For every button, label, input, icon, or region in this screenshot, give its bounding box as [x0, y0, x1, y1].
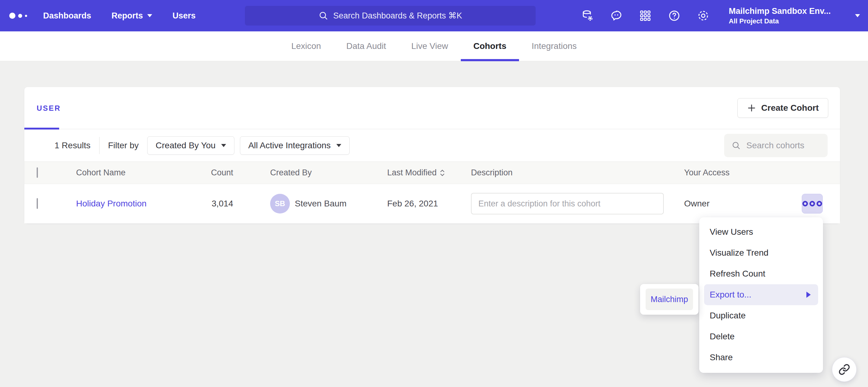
col-header-count: Count — [190, 168, 233, 177]
menu-item-refresh-count[interactable]: Refresh Count — [704, 263, 818, 284]
menu-item-delete[interactable]: Delete — [704, 326, 818, 347]
logo-dot — [25, 15, 27, 17]
settings-gear-icon[interactable] — [697, 9, 710, 22]
nav-item-users[interactable]: Users — [173, 11, 195, 21]
menu-item-label: Delete — [710, 331, 735, 342]
help-icon[interactable] — [668, 9, 681, 22]
mixpanel-logo-icon[interactable] — [9, 12, 33, 19]
feedback-icon[interactable] — [610, 9, 623, 22]
dot-icon — [802, 201, 808, 206]
sort-icon — [440, 169, 445, 177]
search-icon — [732, 140, 741, 151]
apps-grid-icon[interactable] — [639, 9, 652, 22]
menu-item-label: Duplicate — [710, 311, 746, 321]
created-by-dropdown[interactable]: Created By You — [147, 136, 235, 155]
create-cohort-label: Create Cohort — [761, 103, 819, 113]
table-header: Cohort Name Count Created By Last Modifi… — [24, 162, 840, 184]
link-icon — [838, 364, 850, 375]
menu-item-label: Refresh Count — [710, 269, 766, 279]
tab-integrations[interactable]: Integrations — [519, 31, 589, 61]
submenu-item-label: Mailchimp — [651, 295, 688, 304]
menu-item-label: Visualize Trend — [710, 248, 769, 258]
tab-label: USER — [37, 104, 61, 113]
menu-item-visualize-trend[interactable]: Visualize Trend — [704, 242, 818, 263]
col-header-cohort-name: Cohort Name — [76, 168, 190, 177]
last-modified-cell: Feb 26, 2021 — [387, 199, 471, 209]
data-management-icon[interactable] — [581, 9, 594, 22]
nav-right: Mailchimp Sandbox Env... All Project Dat… — [581, 0, 860, 31]
global-search-placeholder: Search Dashboards & Reports ⌘K — [333, 11, 462, 21]
nav-item-label: Dashboards — [43, 11, 91, 21]
project-chevron-down-icon[interactable] — [855, 14, 860, 17]
nav-item-label: Reports — [112, 11, 143, 21]
col-header-last-modified[interactable]: Last Modified — [387, 168, 471, 177]
tab-label: Lexicon — [291, 41, 321, 51]
menu-item-duplicate[interactable]: Duplicate — [704, 305, 818, 326]
nav-item-dashboards[interactable]: Dashboards — [43, 11, 91, 21]
nav-item-label: Users — [173, 11, 195, 21]
tab-user-cohorts[interactable]: USER — [24, 87, 59, 129]
description-input[interactable] — [471, 193, 664, 214]
chevron-down-icon — [336, 144, 341, 147]
plus-icon — [747, 103, 756, 113]
dot-icon — [809, 201, 815, 206]
nav-menu: Dashboards Reports Users — [43, 11, 195, 21]
tab-label: Cohorts — [473, 41, 506, 51]
cohorts-page: Dashboards Reports Users Search Dashboar… — [0, 0, 868, 387]
chevron-down-icon — [147, 14, 152, 17]
dropdown-value: Created By You — [156, 141, 216, 150]
filter-by-label: Filter by — [108, 141, 139, 150]
row-context-menu: View Users Visualize Trend Refresh Count… — [699, 217, 823, 373]
tab-live-view[interactable]: Live View — [399, 31, 461, 61]
row-actions-button[interactable] — [802, 194, 823, 213]
tab-data-audit[interactable]: Data Audit — [334, 31, 399, 61]
global-search-button[interactable]: Search Dashboards & Reports ⌘K — [245, 6, 536, 26]
logo-dot — [18, 14, 22, 18]
created-by-cell: SB Steven Baum — [233, 194, 387, 213]
dropdown-value: All Active Integrations — [248, 141, 331, 150]
submenu-arrow-icon — [806, 292, 811, 298]
col-header-your-access: Your Access — [684, 168, 802, 177]
tab-cohorts[interactable]: Cohorts — [461, 31, 519, 61]
integrations-dropdown[interactable]: All Active Integrations — [240, 136, 350, 155]
col-header-description: Description — [471, 168, 684, 177]
cohort-type-tabs: USER Create Cohort — [24, 87, 840, 129]
menu-item-export-to[interactable]: Export to... — [704, 284, 818, 305]
avatar: SB — [270, 194, 290, 213]
cohort-search-input[interactable] — [746, 141, 820, 150]
logo-dot — [9, 12, 16, 19]
creator-name: Steven Baum — [295, 199, 346, 209]
tab-label: Data Audit — [346, 41, 386, 51]
tab-label: Integrations — [532, 41, 577, 51]
menu-item-label: Share — [710, 353, 733, 362]
col-header-created-by: Created By — [233, 168, 387, 177]
access-cell: Owner — [684, 199, 802, 209]
data-management-tabs: Lexicon Data Audit Live View Cohorts Int… — [0, 31, 868, 61]
chevron-down-icon — [221, 144, 226, 147]
cohort-search-box[interactable] — [724, 134, 828, 157]
results-count: 1 Results — [55, 141, 91, 150]
tab-label: Live View — [411, 41, 448, 51]
dot-icon — [816, 201, 822, 206]
filter-bar: 1 Results Filter by Created By You All A… — [24, 129, 840, 162]
project-scope: All Project Data — [729, 17, 830, 25]
menu-item-label: View Users — [710, 227, 753, 237]
row-checkbox[interactable] — [37, 198, 38, 209]
nav-item-reports[interactable]: Reports — [112, 11, 152, 21]
cohort-name-link[interactable]: Holiday Promotion — [76, 199, 147, 208]
col-header-label: Last Modified — [387, 168, 437, 177]
menu-item-label: Export to... — [710, 290, 751, 300]
copy-link-button[interactable] — [832, 357, 857, 382]
select-all-checkbox[interactable] — [37, 167, 38, 178]
divider — [99, 137, 99, 154]
submenu-item-mailchimp[interactable]: Mailchimp — [646, 288, 693, 310]
project-name: Mailchimp Sandbox Env... — [729, 6, 830, 16]
menu-item-share[interactable]: Share — [704, 347, 818, 368]
menu-item-view-users[interactable]: View Users — [704, 221, 818, 242]
create-cohort-button[interactable]: Create Cohort — [737, 98, 828, 118]
cohorts-card: USER Create Cohort 1 Results Filter by C… — [24, 87, 840, 224]
project-selector[interactable]: Mailchimp Sandbox Env... All Project Dat… — [729, 6, 830, 25]
cohort-count: 3,014 — [190, 199, 233, 209]
tab-lexicon[interactable]: Lexicon — [279, 31, 334, 61]
search-icon — [318, 11, 328, 21]
